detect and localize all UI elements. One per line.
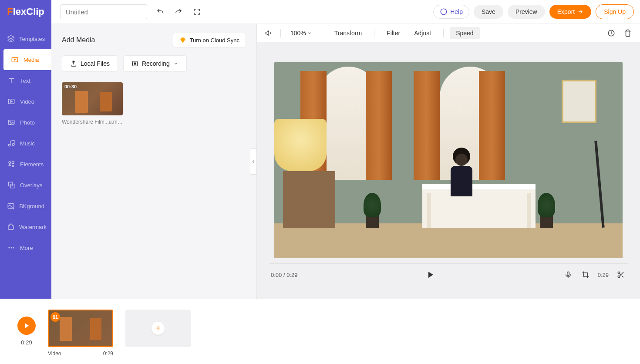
sidebar-item-label: Watermark [19, 224, 47, 230]
sidebar-item-label: Text [20, 78, 30, 84]
zoom-dropdown[interactable]: 100% [287, 28, 316, 38]
more-icon [7, 243, 16, 252]
media-panel-title: Add Media [62, 36, 95, 44]
templates-icon [7, 34, 15, 43]
sidebar-item-label: BKground [19, 203, 44, 209]
preview-toolbar: 100% Transform Filter Adjust Speed [257, 24, 640, 42]
local-files-button[interactable]: Local Files [62, 55, 118, 72]
preview-canvas[interactable] [274, 62, 623, 258]
project-title-input[interactable] [60, 4, 147, 19]
svg-rect-8 [12, 162, 14, 164]
sidebar-item-label: Overlays [20, 182, 42, 189]
sidebar-item-label: More [20, 245, 33, 251]
crop-icon[interactable] [580, 270, 591, 280]
plus-icon: + [152, 322, 165, 335]
sidebar-item-label: Elements [20, 161, 44, 168]
speed-button[interactable]: Speed [450, 27, 479, 39]
sidebar-item-photo[interactable]: Photo [0, 112, 51, 133]
recording-button[interactable]: Recording [123, 55, 187, 72]
photo-icon [7, 118, 16, 127]
record-icon [131, 60, 138, 67]
transform-button[interactable]: Transform [328, 27, 368, 39]
timeline-play-button[interactable] [17, 317, 36, 335]
upload-icon [70, 60, 77, 67]
volume-icon[interactable] [264, 28, 274, 38]
clip-type-label: Video [48, 351, 61, 357]
clip-filename: Wondershare Film...u.mp4 [62, 119, 123, 125]
sidebar-item-text[interactable]: Text [0, 70, 51, 91]
cut-icon[interactable] [616, 270, 626, 280]
chevron-down-icon [173, 61, 179, 66]
filter-button[interactable]: Filter [381, 27, 406, 39]
redo-icon[interactable] [173, 7, 184, 17]
sidebar-item-elements[interactable]: Elements [0, 154, 51, 175]
svg-point-7 [9, 162, 11, 164]
clip-duration-badge: 00:30 [64, 84, 77, 89]
preview-button[interactable]: Preview [508, 5, 545, 19]
timeline-duration: 0:29 [21, 339, 32, 346]
svg-rect-18 [567, 272, 569, 275]
duration-text: 0:29 [598, 272, 609, 278]
sidebar-item-label: Music [20, 140, 35, 147]
undo-icon[interactable] [155, 7, 165, 17]
logo[interactable]: FlexClip [0, 0, 51, 24]
sidebar-item-templates[interactable]: Templates [0, 28, 51, 49]
sidebar-item-more[interactable]: More [0, 237, 51, 258]
svg-rect-3 [8, 120, 14, 125]
media-panel: Add Media Turn on Cloud Sync Local Files… [51, 24, 257, 299]
media-clip-thumbnail[interactable]: 00:30 Wondershare Film...u.mp4 [62, 82, 123, 125]
clip-index-badge: 01 [51, 312, 60, 322]
export-button[interactable]: Export [549, 5, 591, 19]
svg-point-5 [8, 144, 10, 146]
playback-time: 0:00 / 0:29 [271, 272, 297, 278]
timeline-clip[interactable]: 01 Video 0:29 [48, 310, 113, 357]
play-button[interactable] [425, 270, 435, 280]
timeline: 0:29 01 Video 0:29 + [0, 299, 640, 364]
mic-icon[interactable] [563, 270, 573, 280]
sidebar-item-media[interactable]: Media [3, 49, 51, 70]
fullscreen-icon[interactable] [192, 7, 202, 17]
watermark-icon [7, 222, 15, 231]
collapse-panel-button[interactable] [250, 148, 257, 175]
sidebar-item-music[interactable]: Music [0, 133, 51, 154]
media-icon [10, 55, 19, 64]
elements-icon [7, 160, 16, 169]
sidebar: Templates Media Text Video Photo Music [0, 24, 51, 299]
diamond-icon [179, 37, 186, 44]
cloud-sync-button[interactable]: Turn on Cloud Sync [173, 33, 246, 47]
background-icon [7, 202, 15, 210]
sidebar-item-watermark[interactable]: Watermark [0, 216, 51, 237]
sidebar-item-video[interactable]: Video [0, 91, 51, 112]
music-icon [7, 139, 16, 148]
svg-point-6 [12, 144, 14, 146]
help-button[interactable]: Help [433, 5, 469, 19]
signup-button[interactable]: Sign Up [596, 4, 634, 19]
overlays-icon [7, 181, 16, 189]
chevron-left-icon [251, 159, 256, 164]
sidebar-item-label: Templates [19, 36, 45, 42]
svg-point-19 [618, 272, 620, 274]
save-button[interactable]: Save [474, 5, 503, 19]
svg-point-13 [11, 247, 12, 249]
sidebar-item-background[interactable]: BKground [0, 195, 51, 216]
svg-point-16 [134, 63, 136, 64]
text-icon [7, 76, 16, 85]
preview-scrubber[interactable] [269, 263, 628, 264]
delete-icon[interactable] [623, 28, 633, 38]
sidebar-item-overlays[interactable]: Overlays [0, 175, 51, 195]
svg-point-12 [8, 247, 10, 249]
sidebar-item-label: Video [20, 98, 34, 105]
svg-point-14 [13, 247, 14, 249]
sidebar-item-label: Photo [20, 119, 35, 126]
preview-area: 100% Transform Filter Adjust Speed [257, 24, 640, 299]
adjust-button[interactable]: Adjust [408, 27, 437, 39]
clip-time-label: 0:29 [103, 351, 113, 357]
sidebar-item-label: Media [24, 57, 39, 63]
add-clip-button[interactable]: + [125, 310, 191, 347]
svg-point-4 [10, 121, 11, 122]
history-icon[interactable] [606, 28, 616, 38]
video-icon [7, 97, 16, 106]
topbar: FlexClip Help Save Preview Export [0, 0, 640, 24]
chevron-down-icon [307, 30, 312, 36]
svg-point-20 [618, 276, 620, 278]
